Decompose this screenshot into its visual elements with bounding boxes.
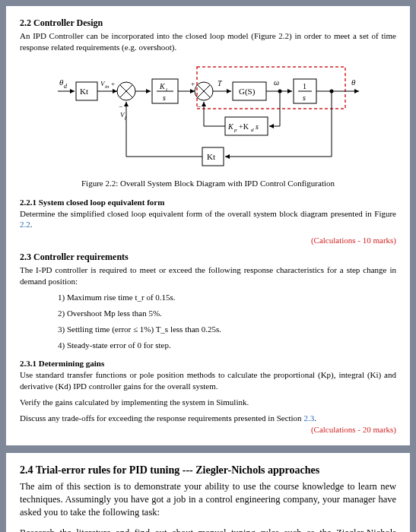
kt1-block: Kt <box>80 87 88 96</box>
figure-2-2-link[interactable]: 2.2 <box>20 220 30 229</box>
section-2-3-1-title: 2.3.1 Determining gains <box>20 358 396 369</box>
svg-text:in: in <box>105 84 110 90</box>
section-2-3-intro: The I-PD controller is required to meet … <box>20 264 396 287</box>
int-num: 1 <box>303 82 306 90</box>
svg-text:+: + <box>191 80 195 87</box>
marks-10: (Calculations - 10 marks) <box>20 235 396 246</box>
section-2-2-1-title: 2.2.1 System closed loop equivalent form <box>20 197 396 208</box>
req-2: 2) Overshoot Mp less than 5%. <box>58 308 396 319</box>
marks-20: (Calculations - 20 marks) <box>20 424 396 435</box>
section-2-4-title: 2.4 Trial-error rules for PID tuning ---… <box>20 464 396 478</box>
ki-label: K <box>159 82 166 90</box>
req-4: 4) Steady-state error of 0 for step. <box>58 340 396 351</box>
svg-text:d: d <box>251 127 254 133</box>
section-2-2-title: 2.2 Controller Design <box>20 17 396 29</box>
section-2-3-link[interactable]: 2.3 <box>303 413 314 423</box>
section-2-3-1-p2: Verify the gains calculated by implement… <box>20 397 396 408</box>
svg-text:s: s <box>256 122 259 131</box>
figure-2-2-caption: Figure 2.2: Overall System Block Diagram… <box>20 178 396 189</box>
req-3: 3) Settling time (error ≤ 1%) T_s less t… <box>58 324 396 335</box>
gs-block: G(S) <box>239 87 256 97</box>
theta-label: θ <box>351 78 356 87</box>
section-2-3-1-p3: Discuss any trade-offs for exceeding the… <box>20 413 396 424</box>
section-2-4-p1: The aim of this section is to demonstrat… <box>20 480 396 519</box>
requirements-list: 1) Maximum rise time t_r of 0.15s. 2) Ov… <box>58 292 396 350</box>
svg-text:p: p <box>233 127 237 133</box>
s-label-1: s <box>163 93 166 102</box>
svg-text:−: − <box>119 103 122 110</box>
kp-kd-block: K <box>227 122 234 131</box>
page-1: 2.2 Controller Design An IPD Controller … <box>6 6 410 445</box>
svg-rect-24 <box>197 67 345 109</box>
kt2-block: Kt <box>207 152 215 161</box>
req-1: 1) Maximum rise time t_r of 0.15s. <box>58 292 396 303</box>
svg-text:i: i <box>166 87 167 93</box>
section-2-2-intro: An IPD Controller can be incorporated in… <box>20 30 396 53</box>
page-2: 2.4 Trial-error rules for PID tuning ---… <box>6 453 410 532</box>
int-den: s <box>303 93 306 102</box>
block-diagram-svg: θ d Kt V in + − V f K i s <box>49 61 368 175</box>
section-2-2-1-body: Determine the simplified closed loop equ… <box>20 208 396 231</box>
block-diagram-figure: θ d Kt V in + − V f K i s <box>20 61 396 175</box>
svg-text:+K: +K <box>239 122 249 131</box>
section-2-3-1-p1: Use standard transfer functions or pole … <box>20 369 396 392</box>
svg-text:+: + <box>111 80 115 87</box>
section-2-4-p2: Research the literature and find out abo… <box>20 527 396 532</box>
tau-label: T <box>218 79 223 87</box>
svg-text:d: d <box>64 83 68 90</box>
section-2-3-title: 2.3 Controller requirements <box>20 251 396 263</box>
omega-label: ω <box>274 78 279 87</box>
